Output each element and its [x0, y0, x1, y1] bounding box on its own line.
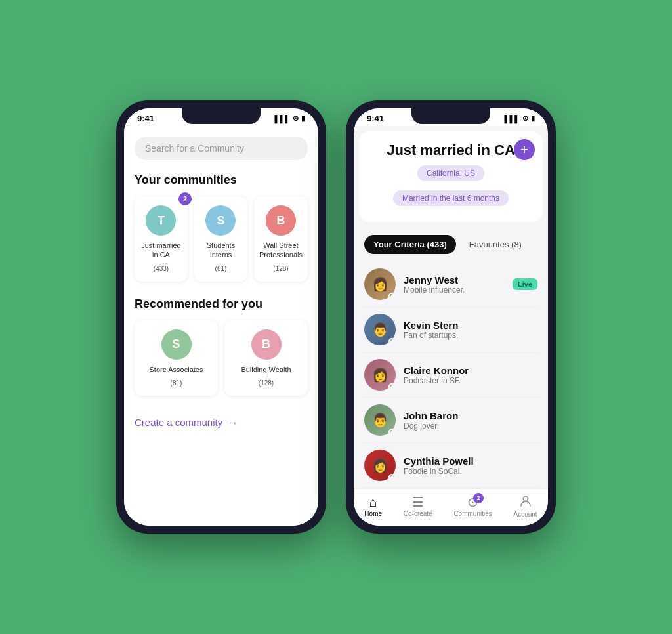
create-community-link[interactable]: Create a community → — [135, 412, 308, 433]
nav-account[interactable]: Account — [513, 494, 537, 518]
notch-1 — [182, 108, 261, 124]
member-item-3[interactable]: 👨 John Baron Dog lover. — [362, 398, 540, 443]
communities-grid: 2 T Just married in CA (433) S Students … — [135, 196, 308, 282]
cocreate-icon: ☰ — [412, 496, 424, 509]
recommended-card-1[interactable]: B Building Wealth (128) — [224, 320, 308, 396]
community-avatar-2: B — [266, 205, 296, 236]
member-info-2: Claire Konnor Podcaster in SF. — [404, 365, 537, 385]
member-name-1: Kevin Stern — [404, 320, 537, 331]
community-avatar-1: S — [205, 205, 236, 236]
member-avatar-3: 👨 — [364, 404, 396, 436]
search-bar[interactable]: Search for a Community — [135, 137, 308, 160]
battery-icon-2: ▮ — [531, 114, 535, 123]
online-dot-0 — [388, 293, 395, 299]
members-list: 👩 Jenny West Mobile influencer. Live 👨 — [354, 262, 548, 488]
recommended-name-0: Store Associates — [150, 365, 203, 374]
community-card-2[interactable]: B Wall Street Professionals (128) — [254, 196, 308, 282]
nav-home[interactable]: ⌂ Home — [364, 496, 382, 517]
time-1: 9:41 — [137, 114, 154, 123]
tab-favourites[interactable]: Favourites (8) — [467, 235, 524, 254]
community-card-1[interactable]: S Students Interns (81) — [194, 196, 247, 282]
community-name-0: Just married in CA — [140, 241, 182, 260]
recommended-avatar-1: B — [251, 329, 282, 360]
communities-badge: 2 — [473, 493, 484, 503]
recommended-count-1: (128) — [259, 379, 274, 387]
member-name-3: John Baron — [404, 410, 537, 421]
recommended-name-1: Building Wealth — [241, 365, 291, 374]
account-icon — [519, 494, 532, 509]
community-card-0[interactable]: 2 T Just married in CA (433) — [135, 196, 188, 282]
member-item-1[interactable]: 👨 Kevin Stern Fan of startups. — [362, 307, 540, 352]
your-communities-title: Your communities — [135, 173, 308, 187]
communities-badge-wrap: ⊙ 2 — [467, 496, 478, 509]
time-2: 9:41 — [367, 114, 384, 123]
notification-badge-0: 2 — [178, 192, 192, 205]
member-info-3: John Baron Dog lover. — [404, 410, 537, 431]
community-count-1: (81) — [215, 265, 227, 272]
online-dot-4 — [388, 474, 395, 480]
recommended-title: Recommended for you — [135, 297, 308, 311]
recommended-card-0[interactable]: S Store Associates (81) — [135, 320, 218, 396]
phone1-screen: 9:41 ▌▌▌ ⊙ ▮ Search for a Community Your… — [124, 108, 318, 526]
community-title: Just married in CA — [369, 142, 532, 159]
battery-icon: ▮ — [301, 114, 305, 123]
member-avatar-2: 👩 — [364, 359, 396, 391]
community-header: + Just married in CA California, US Marr… — [359, 131, 543, 222]
member-name-0: Jenny West — [404, 274, 505, 285]
member-item-0[interactable]: 👩 Jenny West Mobile influencer. Live — [362, 262, 540, 307]
criteria-tag: Married in the last 6 months — [393, 190, 509, 206]
community-avatar-0: T — [146, 205, 176, 236]
phone-1: 9:41 ▌▌▌ ⊙ ▮ Search for a Community Your… — [116, 100, 326, 534]
notch-2 — [411, 108, 490, 124]
online-dot-3 — [388, 429, 395, 435]
community-name-2: Wall Street Professionals — [259, 241, 303, 260]
signal-icon: ▌▌▌ — [275, 115, 290, 123]
bottom-nav: ⌂ Home ☰ Co-create ⊙ 2 Communities — [354, 488, 548, 526]
member-info-0: Jenny West Mobile influencer. — [404, 274, 505, 295]
recommended-count-0: (81) — [171, 379, 182, 387]
member-name-4: Cynthia Powell — [404, 455, 537, 467]
phone2-screen: 9:41 ▌▌▌ ⊙ ▮ + Just married in CA Califo… — [354, 108, 548, 526]
create-community-label: Create a community — [135, 417, 222, 428]
tab-your-criteria[interactable]: Your Criteria (433) — [364, 235, 456, 254]
member-avatar-4: 👩 — [364, 450, 396, 481]
location-tag: California, US — [417, 165, 484, 181]
recommended-grid: S Store Associates (81) B Building Wealt… — [135, 320, 308, 396]
status-icons-1: ▌▌▌ ⊙ ▮ — [275, 114, 305, 123]
nav-cocreate-label: Co-create — [404, 510, 432, 517]
nav-communities-label: Communities — [453, 510, 492, 517]
recommended-avatar-0: S — [161, 329, 192, 360]
member-desc-3: Dog lover. — [404, 421, 537, 431]
community-count-2: (128) — [273, 265, 288, 272]
wifi-icon-2: ⊙ — [522, 114, 528, 123]
nav-cocreate[interactable]: ☰ Co-create — [404, 496, 432, 517]
member-desc-2: Podcaster in SF. — [404, 376, 537, 385]
home-icon: ⌂ — [369, 496, 377, 509]
phones-container: 9:41 ▌▌▌ ⊙ ▮ Search for a Community Your… — [116, 100, 556, 534]
member-info-1: Kevin Stern Fan of startups. — [404, 320, 537, 340]
nav-home-label: Home — [364, 510, 382, 517]
nav-communities[interactable]: ⊙ 2 Communities — [453, 496, 492, 517]
signal-icon-2: ▌▌▌ — [505, 115, 520, 123]
criteria-tabs: Your Criteria (433) Favourites (8) — [354, 227, 548, 262]
member-desc-4: Foodie in SoCal. — [404, 467, 537, 476]
status-icons-2: ▌▌▌ ⊙ ▮ — [505, 114, 535, 123]
phone1-content: Search for a Community Your communities … — [124, 126, 318, 526]
member-avatar-1: 👨 — [364, 314, 396, 345]
member-desc-1: Fan of startups. — [404, 331, 537, 340]
online-dot-1 — [388, 338, 395, 345]
member-item-2[interactable]: 👩 Claire Konnor Podcaster in SF. — [362, 352, 540, 398]
community-count-0: (433) — [154, 265, 169, 272]
member-info-4: Cynthia Powell Foodie in SoCal. — [404, 455, 537, 476]
plus-button[interactable]: + — [514, 139, 535, 160]
community-name-1: Students Interns — [200, 241, 242, 260]
member-item-4[interactable]: 👩 Cynthia Powell Foodie in SoCal. — [362, 443, 540, 488]
member-desc-0: Mobile influencer. — [404, 285, 505, 295]
member-avatar-0: 👩 — [364, 268, 396, 300]
wifi-icon: ⊙ — [293, 114, 299, 123]
member-name-2: Claire Konnor — [404, 365, 537, 376]
svg-point-0 — [523, 497, 528, 501]
create-community-arrow: → — [228, 417, 238, 428]
phone-2: 9:41 ▌▌▌ ⊙ ▮ + Just married in CA Califo… — [346, 100, 556, 534]
nav-account-label: Account — [513, 511, 537, 518]
